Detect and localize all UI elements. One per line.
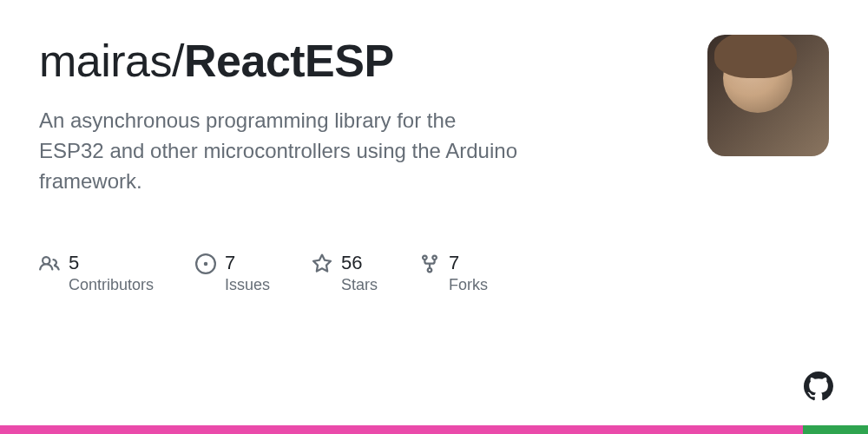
stat-text: 56 Stars [341,252,378,295]
github-logo-icon[interactable] [804,372,833,401]
avatar[interactable] [707,35,829,156]
stat-contributors[interactable]: 5 Contributors [39,252,154,295]
repo-description: An asynchronous programming library for … [39,106,525,196]
repo-card: mairas/ReactESP An asynchronous programm… [0,0,868,295]
language-bar-primary [0,425,803,434]
stat-text: 7 Issues [225,252,270,295]
stat-forks[interactable]: 7 Forks [419,252,488,295]
repo-title[interactable]: mairas/ReactESP [39,35,681,87]
fork-icon [419,253,440,274]
language-bar-secondary [803,425,868,434]
stats-row: 5 Contributors 7 Issues 56 Stars [39,252,681,295]
people-icon [39,253,60,274]
stars-label: Stars [341,275,378,295]
issue-icon [195,253,216,274]
title-slash: / [172,36,184,86]
main-column: mairas/ReactESP An asynchronous programm… [39,35,681,295]
stars-value: 56 [341,252,378,274]
stat-stars[interactable]: 56 Stars [312,252,378,295]
stat-text: 5 Contributors [69,252,154,295]
stat-text: 7 Forks [449,252,488,295]
repo-name[interactable]: ReactESP [184,36,394,86]
forks-label: Forks [449,275,488,295]
repo-owner[interactable]: mairas [39,36,172,86]
stat-issues[interactable]: 7 Issues [195,252,270,295]
contributors-label: Contributors [69,275,154,295]
star-icon [312,253,332,274]
contributors-value: 5 [69,252,154,274]
issues-label: Issues [225,275,270,295]
issues-value: 7 [225,252,270,274]
forks-value: 7 [449,252,488,274]
language-stripe [0,425,868,434]
